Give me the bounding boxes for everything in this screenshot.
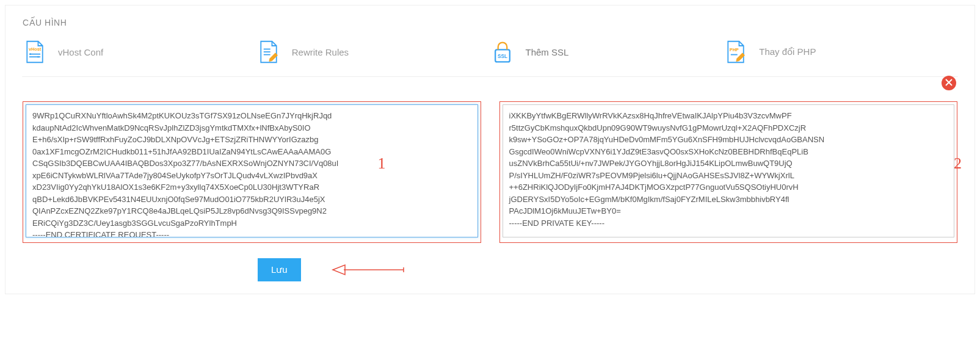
vhost-file-icon: vHost bbox=[23, 40, 47, 64]
svg-point-4 bbox=[37, 56, 39, 58]
tab-label: Thêm SSL bbox=[526, 47, 569, 57]
ssl-content-area: 1 2 bbox=[5, 77, 975, 249]
tab-add-ssl[interactable]: SSL Thêm SSL bbox=[490, 40, 724, 64]
certificate-request-box: 1 bbox=[23, 101, 481, 243]
card-title: CẤU HÌNH bbox=[5, 5, 975, 34]
save-button[interactable]: Lưu bbox=[258, 258, 301, 281]
close-icon bbox=[945, 78, 953, 89]
tab-vhost-conf[interactable]: vHost vHost Conf bbox=[23, 40, 256, 64]
private-key-box: 2 bbox=[499, 101, 958, 243]
tab-change-php[interactable]: PHP Thay đổi PHP bbox=[724, 40, 957, 64]
annotation-2: 2 bbox=[954, 154, 962, 173]
svg-marker-16 bbox=[333, 265, 345, 275]
tabs-row: vHost vHost Conf Re bbox=[5, 34, 975, 76]
tab-label: vHost Conf bbox=[58, 47, 103, 57]
tab-label: Thay đổi PHP bbox=[759, 46, 816, 57]
svg-text:PHP: PHP bbox=[730, 47, 739, 52]
svg-point-3 bbox=[29, 53, 31, 55]
svg-text:SSL: SSL bbox=[498, 54, 507, 59]
footer-row: Lưu bbox=[5, 249, 975, 281]
annotation-1: 1 bbox=[378, 154, 386, 173]
tab-label: Rewrite Rules bbox=[292, 47, 349, 57]
config-card: CẤU HÌNH vHost vHost Conf bbox=[5, 5, 975, 294]
rewrite-file-icon bbox=[256, 40, 281, 64]
ssl-lock-icon: SSL bbox=[490, 40, 515, 64]
php-file-icon: PHP bbox=[724, 40, 748, 64]
svg-text:vHost: vHost bbox=[29, 46, 42, 52]
arrow-annotation-icon bbox=[332, 262, 405, 277]
tab-rewrite-rules[interactable]: Rewrite Rules bbox=[256, 40, 490, 64]
private-key-textarea[interactable] bbox=[503, 104, 955, 237]
close-button[interactable] bbox=[942, 76, 956, 90]
certificate-request-textarea[interactable] bbox=[26, 104, 478, 237]
